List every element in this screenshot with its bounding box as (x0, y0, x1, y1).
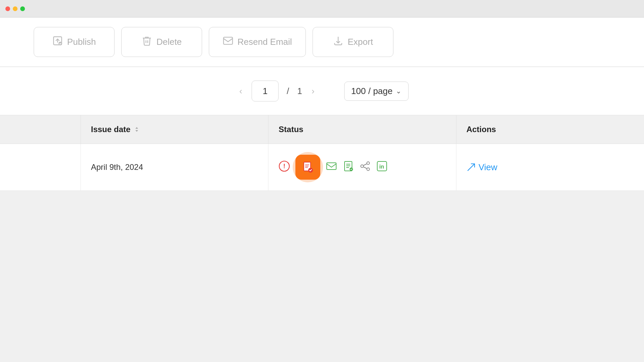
svg-text:!: ! (283, 163, 285, 170)
svg-text:in: in (379, 164, 384, 170)
per-page-dropdown[interactable]: 100 / page ⌄ (344, 82, 409, 101)
total-pages: 1 (297, 86, 302, 96)
pagination-area: ‹ / 1 › 100 / page ⌄ (0, 67, 644, 115)
delete-label: Delete (156, 37, 182, 47)
table-header: Issue date Status Actions (0, 115, 644, 144)
publish-icon (52, 35, 63, 49)
publish-label: Publish (67, 37, 96, 47)
toolbar: Publish Delete (0, 18, 644, 67)
svg-rect-7 (327, 163, 336, 170)
svg-point-10 (367, 162, 369, 164)
svg-rect-2 (224, 37, 233, 44)
header-cell-status: Status (268, 115, 456, 144)
export-button[interactable]: Export (313, 27, 393, 57)
title-bar (0, 0, 644, 18)
alert-red-icon[interactable]: ! (279, 160, 290, 174)
svg-point-11 (361, 165, 363, 168)
per-page-label: 100 / page (351, 86, 393, 96)
svg-point-12 (367, 168, 369, 171)
traffic-light-yellow[interactable] (13, 6, 18, 11)
delete-button[interactable]: Delete (121, 27, 202, 57)
share-gray-icon[interactable] (359, 160, 371, 174)
issue-date-value: April 9th, 2024 (91, 162, 143, 172)
next-page-button[interactable]: › (308, 83, 319, 99)
issue-date-cell: April 9th, 2024 (81, 144, 268, 190)
table-row: April 9th, 2024 ! (0, 144, 644, 191)
trash-icon (141, 35, 152, 49)
view-link[interactable]: View (466, 162, 497, 173)
publish-button[interactable]: Publish (34, 27, 115, 57)
resend-email-button[interactable]: Resend Email (209, 27, 306, 57)
row-checkbox-cell (0, 144, 81, 190)
page-number-input[interactable] (252, 81, 279, 101)
sort-icon[interactable] (134, 126, 140, 133)
header-cell-issue-date[interactable]: Issue date (81, 115, 268, 144)
status-cell: ! (268, 144, 456, 190)
prev-page-button[interactable]: ‹ (235, 83, 247, 99)
export-label: Export (348, 37, 373, 47)
status-header-label: Status (279, 125, 303, 134)
issue-date-header-label: Issue date (91, 125, 130, 134)
publish-checked-icon-wrapper[interactable] (295, 155, 320, 180)
list-green-icon[interactable] (343, 160, 354, 174)
header-cell-checkbox (0, 115, 81, 144)
status-icons: ! (279, 155, 388, 180)
traffic-light-red[interactable] (5, 6, 10, 11)
prev-page-icon: ‹ (239, 86, 243, 96)
page-separator: / (284, 86, 292, 96)
traffic-light-green[interactable] (20, 6, 25, 11)
actions-header-label: Actions (466, 125, 496, 134)
view-label: View (479, 162, 497, 173)
chevron-down-icon: ⌄ (396, 87, 401, 95)
main-content: Publish Delete (0, 18, 644, 191)
export-icon (333, 35, 344, 49)
table-container: Issue date Status Actions (0, 115, 644, 191)
resend-email-label: Resend Email (237, 37, 292, 47)
header-cell-actions: Actions (456, 115, 644, 144)
actions-cell: View (456, 144, 644, 190)
email-green-icon[interactable] (326, 160, 337, 174)
linkedin-green-icon[interactable]: in (376, 160, 388, 174)
next-page-icon: › (312, 86, 315, 96)
email-icon (223, 35, 233, 49)
